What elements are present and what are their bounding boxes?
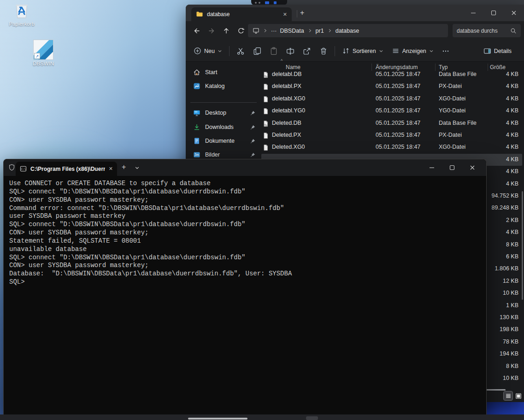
up-button[interactable] [219, 24, 234, 38]
terminal-tab-dropdown[interactable] [135, 165, 140, 170]
terminal-new-tab-button[interactable]: + [122, 163, 126, 171]
capture-dot-icon [259, 2, 260, 4]
file-name: deletabl.DB [272, 71, 302, 77]
sidebar-separator [190, 102, 257, 103]
new-button-label: Neu [204, 48, 215, 54]
sidebar-item-dokumente[interactable]: Dokumente [189, 135, 259, 147]
sidebar-item-label: Katalog [205, 83, 224, 89]
documents-icon [193, 137, 200, 145]
close-button[interactable] [504, 5, 524, 21]
sidebar-item-desktop[interactable]: Desktop [189, 107, 259, 119]
forward-button[interactable] [204, 24, 219, 38]
terminal-tab[interactable]: C:\ C:\Program Files (x86)\Duerr\ ✕ [16, 162, 117, 176]
background-window-strip [286, 0, 524, 5]
desktop-icon-dbswin[interactable]: ↗ DBSWIN [24, 40, 63, 66]
terminal-maximize-button[interactable] [442, 159, 462, 176]
tab-divider [297, 10, 297, 18]
rename-button[interactable] [282, 43, 299, 59]
table-row[interactable]: Deleted.XG005.01.2025 18:47XG0-Datei4 KB [261, 141, 522, 153]
desktop-icon-recycle-bin[interactable]: Papierkorb [2, 1, 41, 27]
chevron-right-icon [327, 28, 332, 33]
tab-close-icon[interactable]: ✕ [283, 12, 287, 18]
vertical-scrollbar[interactable] [522, 191, 523, 300]
more-options-button[interactable] [438, 43, 453, 59]
explorer-tab-database[interactable]: database ✕ [191, 7, 292, 21]
capture-control-icon[interactable] [274, 1, 277, 4]
file-name: deletabl.XG0 [272, 95, 305, 102]
table-row[interactable]: deletabl.XG005.01.2025 18:47XG0-Datei4 K… [261, 93, 522, 105]
taskbar-element [306, 416, 318, 420]
terminal-minimize-button[interactable] [422, 159, 442, 176]
copy-button[interactable] [249, 43, 265, 59]
terminal-output: Use CONNECT or CREATE DATABASE to specif… [9, 180, 479, 286]
capture-control-icon[interactable] [265, 1, 269, 4]
cut-button[interactable] [232, 43, 249, 59]
sidebar-item-katalog[interactable]: Katalog [189, 80, 259, 92]
search-value: database durchs [457, 28, 510, 34]
view-lines-icon [392, 47, 400, 55]
dbswin-shortcut-icon: ↗ [33, 40, 53, 60]
file-name: deletabl.PX [272, 83, 301, 89]
details-button-label: Details [494, 48, 512, 54]
folder-icon [196, 11, 203, 18]
search-input[interactable]: database durchs [453, 24, 521, 37]
sidebar-item-downloads[interactable]: Downloads [189, 121, 259, 133]
breadcrumb-item[interactable]: DBSData [280, 28, 304, 34]
taskbar[interactable] [0, 414, 524, 420]
thumbnail-view-button[interactable] [514, 391, 523, 400]
explorer-command-bar: Neu Sortieren Anzeigen [186, 41, 524, 62]
file-size: 4 KB [436, 132, 518, 138]
chevron-right-icon [263, 28, 268, 33]
refresh-button[interactable] [234, 24, 248, 38]
file-date: 05.01.2025 18:47 [376, 71, 420, 77]
this-pc-icon [253, 27, 259, 34]
pin-icon [250, 152, 256, 158]
terminal-tab-close-icon[interactable]: ✕ [109, 166, 113, 172]
desktop-icon-label: Papierkorb [9, 21, 35, 27]
file-size: 4 KB [436, 83, 518, 89]
table-row[interactable]: Deleted.PX05.01.2025 18:47PX-Datei4 KB [261, 129, 522, 141]
share-button[interactable] [299, 43, 315, 59]
breadcrumb-overflow[interactable]: ··· [271, 28, 277, 34]
maximize-button[interactable] [483, 5, 504, 21]
table-row[interactable]: Deleted.DB05.01.2025 18:47Data Base File… [261, 117, 522, 129]
toolbar-divider [229, 46, 230, 56]
sort-button[interactable]: Sortieren [338, 43, 388, 59]
home-icon [193, 69, 200, 76]
details-view-button[interactable] [504, 391, 512, 400]
minimize-button[interactable] [463, 5, 483, 21]
search-icon [510, 28, 517, 34]
file-date: 05.01.2025 18:47 [376, 144, 420, 150]
details-pane-button[interactable]: Details [479, 43, 516, 59]
file-date: 05.01.2025 18:47 [376, 107, 420, 114]
breadcrumb-item[interactable]: pr1 [316, 28, 324, 34]
chevron-right-icon [307, 28, 312, 33]
sidebar-item-start[interactable]: Start [189, 66, 259, 78]
sort-button-label: Sortieren [353, 48, 376, 54]
file-date: 05.01.2025 18:47 [376, 95, 420, 102]
svg-text:C:\: C:\ [21, 168, 26, 170]
pin-icon [250, 124, 256, 130]
table-row[interactable]: deletabl.YG005.01.2025 18:47YG0-Datei4 K… [261, 105, 522, 117]
sidebar-item-label: Downloads [205, 124, 234, 130]
terminal-close-button[interactable] [462, 159, 483, 176]
breadcrumb-item[interactable]: database [336, 28, 359, 34]
gallery-icon [193, 82, 200, 90]
view-button[interactable]: Anzeigen [388, 43, 438, 59]
new-tab-button[interactable]: + [300, 9, 304, 17]
delete-button[interactable] [315, 43, 332, 59]
paste-button[interactable] [265, 43, 282, 59]
file-size: 4 KB [436, 144, 518, 150]
file-size: 4 KB [436, 71, 518, 77]
table-row[interactable]: deletabl.DB05.01.2025 18:47Data Base Fil… [261, 69, 522, 81]
new-button[interactable]: Neu [189, 43, 226, 59]
plus-circle-icon [194, 47, 201, 55]
sort-icon [342, 47, 350, 55]
file-name: Deleted.DB [272, 120, 301, 126]
pictures-icon [193, 151, 200, 158]
address-field[interactable]: ··· DBSData pr1 database [248, 24, 448, 37]
file-icon [262, 144, 269, 152]
file-icon [262, 95, 269, 103]
back-button[interactable] [189, 24, 204, 38]
table-row[interactable]: deletabl.PX05.01.2025 18:47PX-Datei4 KB [261, 81, 522, 93]
